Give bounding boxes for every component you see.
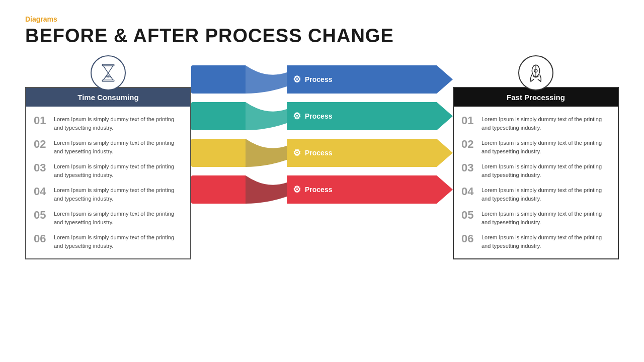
- item-number: 04: [461, 186, 476, 197]
- process-arrows-section: ⚙ Process ⚙ Process: [191, 62, 453, 207]
- left-panel-item: 05 Lorem Ipsum is simply dummy text of t…: [34, 206, 183, 230]
- category-label: Diagrams: [25, 15, 619, 23]
- ribbon-gap-1: [246, 68, 287, 90]
- left-panel-item: 01 Lorem Ipsum is simply dummy text of t…: [34, 112, 183, 135]
- item-text: Lorem Ipsum is simply dummy text of the …: [481, 139, 610, 155]
- right-panel-item: 03 Lorem Ipsum is simply dummy text of t…: [461, 159, 610, 183]
- process-label-4: ⚙ Process: [287, 175, 437, 204]
- left-panel: Time Consuming 01 Lorem Ipsum is simply …: [25, 87, 191, 259]
- ribbon-left-3: [191, 139, 246, 167]
- process-label-2: ⚙ Process: [287, 102, 437, 130]
- svg-rect-1: [102, 80, 114, 81]
- item-number: 04: [34, 186, 49, 197]
- svg-rect-0: [102, 64, 114, 66]
- left-panel-items: 01 Lorem Ipsum is simply dummy text of t…: [26, 107, 190, 258]
- item-text: Lorem Ipsum is simply dummy text of the …: [54, 162, 183, 179]
- content-area: Time Consuming 01 Lorem Ipsum is simply …: [25, 62, 619, 259]
- right-panel-item: 02 Lorem Ipsum is simply dummy text of t…: [461, 135, 610, 159]
- page-title: BEFORE & AFTER PROCESS CHANGE: [25, 25, 619, 47]
- process-label-1: ⚙ Process: [287, 65, 437, 94]
- item-number: 01: [34, 115, 49, 126]
- item-text: Lorem Ipsum is simply dummy text of the …: [481, 186, 610, 203]
- time-consuming-icon: [91, 55, 126, 90]
- item-text: Lorem Ipsum is simply dummy text of the …: [54, 139, 183, 155]
- arrow-head-2: [437, 102, 453, 130]
- arrow-head-1: [437, 65, 453, 94]
- item-number: 05: [34, 210, 49, 221]
- fast-processing-icon: [518, 55, 553, 90]
- right-panel-item: 04 Lorem Ipsum is simply dummy text of t…: [461, 183, 610, 206]
- right-panel-items: 01 Lorem Ipsum is simply dummy text of t…: [454, 107, 618, 258]
- arrow-head-3: [437, 139, 453, 167]
- process-row-1: ⚙ Process: [191, 62, 453, 97]
- ribbon-gap-4: [246, 178, 287, 201]
- process-row-4: ⚙ Process: [191, 172, 453, 207]
- item-number: 06: [34, 233, 49, 244]
- process-label-3: ⚙ Process: [287, 139, 437, 167]
- item-text: Lorem Ipsum is simply dummy text of the …: [54, 186, 183, 203]
- process-row-3: ⚙ Process: [191, 135, 453, 170]
- item-number: 03: [34, 162, 49, 173]
- ribbon-left-1: [191, 65, 246, 94]
- page-container: Diagrams BEFORE & AFTER PROCESS CHANGE T…: [0, 0, 644, 362]
- ribbon-gap-2: [246, 105, 287, 127]
- left-panel-item: 02 Lorem Ipsum is simply dummy text of t…: [34, 135, 183, 159]
- item-text: Lorem Ipsum is simply dummy text of the …: [54, 233, 183, 250]
- item-number: 02: [34, 139, 49, 150]
- ribbon-gap-3: [246, 142, 287, 164]
- right-panel-item: 01 Lorem Ipsum is simply dummy text of t…: [461, 112, 610, 135]
- left-panel-item: 04 Lorem Ipsum is simply dummy text of t…: [34, 183, 183, 206]
- item-number: 02: [461, 139, 476, 150]
- item-text: Lorem Ipsum is simply dummy text of the …: [481, 162, 610, 179]
- arrow-head-4: [437, 175, 453, 204]
- left-panel-header: Time Consuming: [26, 88, 190, 107]
- item-text: Lorem Ipsum is simply dummy text of the …: [481, 233, 610, 250]
- item-number: 03: [461, 162, 476, 173]
- right-panel-item: 06 Lorem Ipsum is simply dummy text of t…: [461, 230, 610, 253]
- item-number: 06: [461, 233, 476, 244]
- item-text: Lorem Ipsum is simply dummy text of the …: [54, 210, 183, 226]
- svg-point-2: [107, 75, 109, 77]
- right-panel-header: Fast Processing: [454, 88, 618, 107]
- ribbon-left-2: [191, 102, 246, 130]
- left-panel-item: 06 Lorem Ipsum is simply dummy text of t…: [34, 230, 183, 253]
- item-text: Lorem Ipsum is simply dummy text of the …: [481, 115, 610, 132]
- right-panel: Fast Processing 01 Lorem Ipsum is simply…: [453, 87, 619, 259]
- item-text: Lorem Ipsum is simply dummy text of the …: [481, 210, 610, 226]
- item-text: Lorem Ipsum is simply dummy text of the …: [54, 115, 183, 132]
- ribbon-left-4: [191, 175, 246, 204]
- process-row-2: ⚙ Process: [191, 99, 453, 134]
- item-number: 05: [461, 210, 476, 221]
- left-panel-item: 03 Lorem Ipsum is simply dummy text of t…: [34, 159, 183, 183]
- right-panel-item: 05 Lorem Ipsum is simply dummy text of t…: [461, 206, 610, 230]
- item-number: 01: [461, 115, 476, 126]
